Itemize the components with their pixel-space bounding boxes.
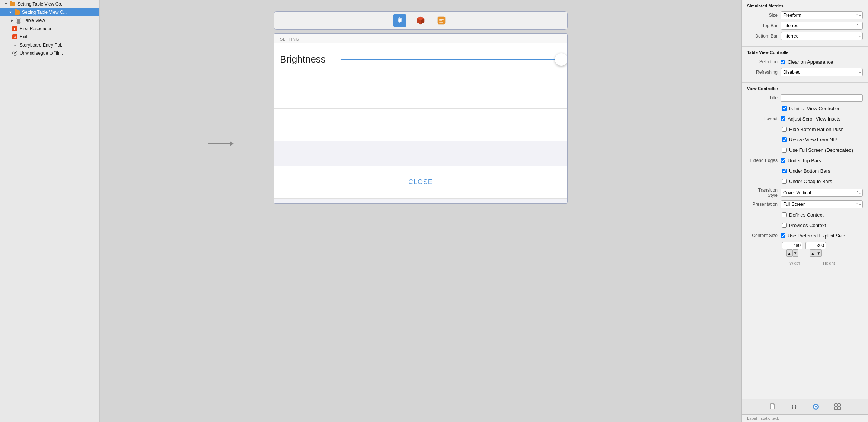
provides-context-label: Provides Context bbox=[789, 223, 826, 228]
square-icon bbox=[437, 16, 446, 25]
presentation-dropdown-wrapper[interactable]: Full Screen bbox=[781, 200, 863, 208]
sidebar-item-firstresponder-label: First Responder bbox=[20, 26, 51, 31]
folder-scene-icon bbox=[14, 9, 20, 15]
layout-label: Layout bbox=[747, 116, 781, 121]
transition-style-select[interactable]: Cover Vertical bbox=[781, 189, 863, 197]
height-decrement-btn[interactable]: ▼ bbox=[816, 249, 822, 257]
size-select[interactable]: Freeform bbox=[781, 11, 863, 19]
sidebar-item-storyboard[interactable]: → Storyboard Entry Poi... bbox=[0, 41, 99, 49]
provides-context-checkbox[interactable] bbox=[782, 223, 787, 228]
under-opaque-bars-control: Under Opaque Bars bbox=[782, 179, 832, 184]
vc-title-input[interactable] bbox=[781, 94, 863, 102]
top-bar-row: Top Bar Inferred bbox=[747, 22, 863, 30]
under-opaque-bars-label: Under Opaque Bars bbox=[789, 179, 832, 184]
height-group: ▲ ▼ bbox=[805, 242, 826, 257]
transition-style-row: Transition Style Cover Vertical bbox=[747, 188, 863, 198]
gray-section bbox=[274, 141, 567, 166]
width-increment-btn[interactable]: ▲ bbox=[786, 249, 792, 257]
sidebar-item-exit[interactable]: ✕ Exit bbox=[0, 33, 99, 41]
right-panel: Simulated Metrics Size Freeform Top Bar … bbox=[741, 0, 868, 422]
under-top-bars-checkbox[interactable] bbox=[781, 158, 785, 163]
circle-active-icon bbox=[812, 403, 820, 410]
code-tool-button[interactable]: {} bbox=[789, 402, 800, 412]
hide-bottom-bar-checkbox[interactable] bbox=[782, 127, 787, 132]
sidebar-item-storyboard-label: Storyboard Entry Poi... bbox=[20, 42, 65, 48]
sidebar-item-firstresponder[interactable]: F First Responder bbox=[0, 25, 99, 33]
use-preferred-checkbox[interactable] bbox=[781, 233, 785, 238]
svg-text:{}: {} bbox=[791, 404, 797, 410]
hide-bottom-bar-control: Hide Bottom Bar on Push bbox=[782, 127, 844, 132]
adjust-scroll-checkbox[interactable] bbox=[781, 116, 785, 121]
toolbar-square-button[interactable] bbox=[435, 14, 448, 27]
use-full-screen-label: Use Full Screen (Deprecated) bbox=[789, 147, 853, 153]
grid-tool-button[interactable] bbox=[832, 402, 843, 412]
selection-checkbox-label: Clear on Appearance bbox=[788, 59, 833, 65]
defines-context-checkbox[interactable] bbox=[782, 212, 787, 217]
sidebar-item-root-label: Setting Table View Co... bbox=[17, 1, 65, 7]
use-full-screen-control: Use Full Screen (Deprecated) bbox=[782, 147, 853, 153]
under-top-bars-control: Under Top Bars bbox=[781, 158, 821, 163]
arrow-head bbox=[230, 141, 234, 146]
size-inputs-row: ▲ ▼ ▲ ▼ bbox=[747, 242, 863, 257]
sidebar-item-exit-label: Exit bbox=[20, 34, 27, 39]
refreshing-select[interactable]: Disabled bbox=[781, 68, 863, 76]
bottom-spacer bbox=[274, 199, 567, 203]
sidebar-item-scene[interactable]: ▼ Setting Table View C... bbox=[0, 8, 99, 16]
use-full-screen-row: Use Full Screen (Deprecated) bbox=[747, 146, 863, 154]
resize-view-checkbox[interactable] bbox=[782, 137, 787, 142]
top-bar-dropdown-wrapper[interactable]: Inferred bbox=[781, 22, 863, 30]
bottom-bar-dropdown-wrapper[interactable]: Inferred bbox=[781, 32, 863, 40]
transition-style-dropdown-wrapper[interactable]: Cover Vertical bbox=[781, 189, 863, 197]
top-bar-select[interactable]: Inferred bbox=[781, 22, 863, 30]
width-input[interactable] bbox=[782, 242, 802, 249]
close-button-text[interactable]: CLOSE bbox=[408, 178, 433, 186]
view-controller-section: View Controller Title Is Initial View Co… bbox=[742, 83, 868, 399]
iphone-simulator-frame: SETTING Brightness CLOSE bbox=[274, 33, 568, 204]
under-bottom-bars-checkbox[interactable] bbox=[782, 169, 787, 173]
height-input[interactable] bbox=[805, 242, 826, 249]
close-row[interactable]: CLOSE bbox=[274, 166, 567, 199]
selection-checkbox[interactable] bbox=[781, 60, 785, 64]
under-bottom-bars-row: Under Bottom Bars bbox=[747, 167, 863, 175]
slider-thumb[interactable] bbox=[555, 53, 568, 66]
under-opaque-bars-checkbox[interactable] bbox=[782, 179, 787, 184]
layout-row: Layout Adjust Scroll View Insets bbox=[747, 115, 863, 123]
resize-view-control: Resize View From NIB bbox=[782, 137, 838, 143]
use-full-screen-checkbox[interactable] bbox=[782, 148, 787, 153]
defines-context-control: Defines Context bbox=[782, 212, 824, 218]
bottom-bar-select[interactable]: Inferred bbox=[781, 32, 863, 40]
right-panel-bottom-toolbar: {} bbox=[742, 399, 868, 414]
cube-icon bbox=[416, 16, 425, 25]
height-increment-btn[interactable]: ▲ bbox=[810, 249, 816, 257]
file-icon bbox=[769, 403, 776, 410]
size-dropdown-wrapper[interactable]: Freeform bbox=[781, 11, 863, 19]
width-decrement-btn[interactable]: ▼ bbox=[792, 249, 798, 257]
grid-icon bbox=[834, 403, 841, 410]
bottom-bar-label: Bottom Bar bbox=[747, 33, 781, 39]
unwind-segue-icon: ↺ bbox=[12, 50, 18, 56]
empty-row-1 bbox=[274, 76, 567, 109]
slider-track[interactable] bbox=[341, 59, 561, 60]
scene-toolbar bbox=[274, 11, 568, 30]
selection-control: Clear on Appearance bbox=[781, 59, 863, 65]
file-tool-button[interactable] bbox=[768, 402, 778, 412]
scene-container: SETTING Brightness CLOSE bbox=[274, 11, 568, 204]
is-initial-vc-control: Is Initial View Controller bbox=[782, 106, 840, 111]
first-responder-icon: F bbox=[12, 26, 18, 32]
refreshing-dropdown-wrapper[interactable]: Disabled bbox=[781, 68, 863, 76]
is-initial-vc-checkbox[interactable] bbox=[782, 106, 787, 111]
exit-icon: ✕ bbox=[12, 34, 18, 40]
defines-context-row: Defines Context bbox=[747, 211, 863, 219]
circle-tool-button[interactable] bbox=[811, 402, 821, 412]
toolbar-cube-button[interactable] bbox=[414, 14, 427, 27]
presentation-select[interactable]: Full Screen bbox=[781, 200, 863, 208]
toolbar-gear-button[interactable] bbox=[393, 14, 406, 27]
under-bottom-bars-label: Under Bottom Bars bbox=[789, 168, 830, 174]
size-inputs: ▲ ▼ ▲ ▼ bbox=[782, 242, 826, 257]
sidebar-item-unwind[interactable]: ↺ Unwind segue to "fir... bbox=[0, 49, 99, 57]
sidebar-item-tableview-label: Table View bbox=[23, 18, 45, 23]
vc-title-row: Title bbox=[747, 94, 863, 102]
top-bar-label: Top Bar bbox=[747, 23, 781, 28]
sidebar-item-tableview[interactable]: ▶ Table View bbox=[0, 16, 99, 25]
sidebar-item-root[interactable]: ▼ Setting Table View Co... bbox=[0, 0, 99, 8]
